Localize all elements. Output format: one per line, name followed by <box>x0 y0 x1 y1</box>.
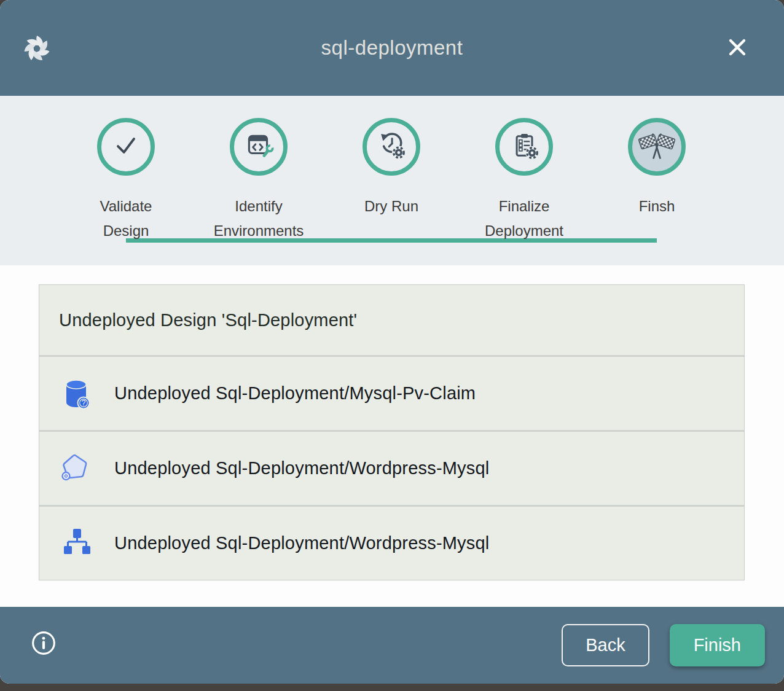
step-circle-finish[interactable] <box>628 118 686 176</box>
step-dry-run: Dry Run <box>325 96 458 243</box>
step-validate-design: Validate Design <box>60 96 192 243</box>
list-item-text: Undeployed Sql-Deployment/Wordpress-Mysq… <box>114 533 489 553</box>
step-label: Finalize Deployment <box>475 194 573 243</box>
info-button[interactable] <box>31 630 57 656</box>
dialog-title: sql-deployment <box>0 36 784 60</box>
back-button[interactable]: Back <box>562 624 649 666</box>
pod-icon <box>61 453 91 485</box>
app-logo-icon <box>20 32 53 65</box>
step-label: Finsh <box>608 194 706 219</box>
info-icon <box>31 649 57 658</box>
svg-text:?: ? <box>82 399 86 407</box>
step-identify-environments: Identify Environments <box>192 96 325 243</box>
wizard-stepper: Validate Design <box>0 96 784 265</box>
result-panel: Undeployed Design 'Sql-Deployment' ? Und… <box>39 284 745 580</box>
deployment-result-list: Undeployed Design 'Sql-Deployment' ? Und… <box>0 265 784 607</box>
list-item-mysql-pv-claim: ? Undeployed Sql-Deployment/Mysql-Pv-Cla… <box>39 355 744 430</box>
history-gear-icon <box>375 130 407 164</box>
list-item-text: Undeployed Sql-Deployment/Mysql-Pv-Claim <box>114 383 476 404</box>
hierarchy-icon <box>61 528 91 560</box>
checkered-flags-icon <box>638 130 675 163</box>
step-label: Identify Environments <box>210 194 308 243</box>
database-icon: ? <box>61 378 91 410</box>
step-finalize-deployment: Finalize Deployment <box>458 96 590 243</box>
step-circle-validate-design[interactable] <box>97 118 155 176</box>
list-item-design: Undeployed Design 'Sql-Deployment' <box>39 285 744 355</box>
step-circle-finalize-deployment[interactable] <box>495 118 553 176</box>
step-label: Dry Run <box>342 194 441 219</box>
deployment-wizard-dialog: sql-deployment Validate Design <box>0 0 784 684</box>
step-label: Validate Design <box>77 194 175 243</box>
close-button[interactable] <box>724 34 751 61</box>
finish-button[interactable]: Finish <box>670 624 765 666</box>
list-item-text: Undeployed Design 'Sql-Deployment' <box>59 310 357 330</box>
close-icon <box>726 36 749 61</box>
clipboard-gear-icon <box>508 130 540 164</box>
list-item-wordpress-mysql-tree: Undeployed Sql-Deployment/Wordpress-Mysq… <box>39 505 744 580</box>
step-finish: Finsh <box>590 96 723 243</box>
step-circle-dry-run[interactable] <box>363 118 420 176</box>
check-icon <box>110 130 142 164</box>
dialog-footer: Back Finish <box>0 607 784 684</box>
code-wrench-icon <box>243 130 274 163</box>
list-item-wordpress-mysql-pod: Undeployed Sql-Deployment/Wordpress-Mysq… <box>39 430 744 505</box>
step-circle-identify-environments[interactable] <box>230 118 288 176</box>
dialog-header: sql-deployment <box>0 0 784 96</box>
list-item-text: Undeployed Sql-Deployment/Wordpress-Mysq… <box>114 458 489 478</box>
